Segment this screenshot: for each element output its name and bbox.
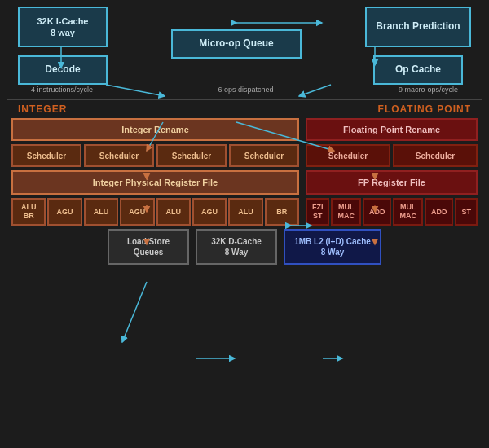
int-regfile-box: Integer Physical Register File bbox=[11, 170, 299, 195]
integer-schedulers-row: Scheduler Scheduler Scheduler Scheduler bbox=[11, 144, 299, 167]
int-exec-row: ALU BR AGU ALU AGU ALU AGU ALU bbox=[11, 198, 299, 226]
int-exec-4: ALU bbox=[156, 198, 191, 226]
fp-label: FLOATING POINT bbox=[378, 103, 471, 115]
l2cache-box: 1MB L2 (I+D) Cache 8 Way bbox=[284, 229, 381, 265]
fp-scheduler-1: Scheduler bbox=[393, 144, 478, 167]
decode-box: Decode bbox=[18, 55, 108, 85]
int-scheduler-1: Scheduler bbox=[84, 144, 154, 167]
integer-col: Integer Rename Scheduler Scheduler Sched… bbox=[11, 118, 299, 226]
right-top-col: Branch Prediction Op Cache bbox=[365, 7, 471, 85]
int-exec-7: BR bbox=[265, 198, 299, 226]
fp-col: Floating Point Rename Scheduler Schedule… bbox=[306, 118, 478, 226]
fp-exec-4: ADD bbox=[425, 198, 454, 226]
fp-exec-1: MUL MAC bbox=[331, 198, 361, 226]
left-top-col: 32K I-Cache 8 way Decode bbox=[18, 7, 108, 85]
ann-left: 4 instructions/cycle bbox=[31, 86, 93, 94]
branch-box: Branch Prediction bbox=[365, 7, 471, 47]
fp-exec-5: ST bbox=[455, 198, 478, 226]
integer-rename-box: Integer Rename bbox=[11, 118, 299, 141]
microop-box: Micro-op Queue bbox=[171, 29, 302, 59]
section-labels: INTEGER FLOATING POINT bbox=[7, 103, 482, 115]
int-exec-3: AGU bbox=[120, 198, 154, 226]
ann-bottom: 6 ops dispatched bbox=[218, 86, 273, 94]
top-section: 32K I-Cache 8 way Decode Micro-op Queue … bbox=[7, 7, 482, 94]
int-exec-0: ALU BR bbox=[11, 198, 46, 226]
int-scheduler-3: Scheduler bbox=[229, 144, 299, 167]
loadstore-box: Load/Store Queues bbox=[108, 229, 189, 265]
cache-row: Load/Store Queues 32K D-Cache 8 Way 1MB … bbox=[7, 226, 482, 265]
bottom-section: Integer Rename Scheduler Scheduler Sched… bbox=[7, 118, 482, 226]
dcache-box: 32K D-Cache 8 Way bbox=[196, 229, 277, 265]
cpu-diagram: 32K I-Cache 8 way Decode Micro-op Queue … bbox=[0, 0, 489, 448]
fp-exec-3: MUL MAC bbox=[393, 198, 423, 226]
fp-exec-2: ADD bbox=[363, 198, 392, 226]
int-exec-5: AGU bbox=[192, 198, 227, 226]
fp-schedulers-row: Scheduler Scheduler bbox=[306, 144, 478, 167]
middle-top-col: Micro-op Queue bbox=[171, 18, 302, 59]
fp-regfile-box: FP Register File bbox=[306, 170, 478, 195]
int-exec-2: ALU bbox=[84, 198, 118, 226]
fp-scheduler-0: Scheduler bbox=[306, 144, 390, 167]
section-divider bbox=[7, 99, 482, 100]
int-exec-6: ALU bbox=[228, 198, 262, 226]
int-exec-1: AGU bbox=[47, 198, 82, 226]
fp-rename-box: Floating Point Rename bbox=[306, 118, 478, 141]
fp-exec-0: FZI ST bbox=[306, 198, 330, 226]
opcache-box: Op Cache bbox=[373, 55, 463, 85]
annotations-row: 4 instructions/cycle 6 ops dispatched 9 … bbox=[7, 86, 482, 94]
integer-label: INTEGER bbox=[18, 103, 67, 115]
int-scheduler-2: Scheduler bbox=[156, 144, 227, 167]
icache-box: 32K I-Cache 8 way bbox=[18, 7, 108, 47]
ann-right: 9 macro-ops/cycle bbox=[399, 86, 458, 94]
fp-exec-row: FZI ST MUL MAC ADD MUL MAC ADD ST bbox=[306, 198, 478, 226]
svg-line-13 bbox=[122, 282, 147, 342]
int-scheduler-0: Scheduler bbox=[11, 144, 82, 167]
